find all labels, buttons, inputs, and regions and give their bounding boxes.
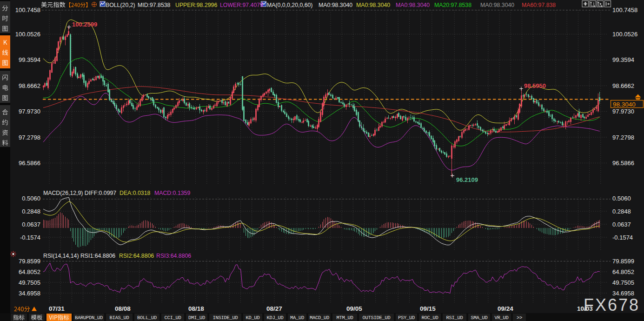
- svg-text:97.9730: 97.9730: [19, 108, 40, 115]
- svg-text:08/18: 08/18: [188, 305, 204, 312]
- svg-text:09/05: 09/05: [346, 305, 362, 312]
- svg-text:MA_UD: MA_UD: [290, 315, 304, 321]
- svg-text:MA0:98.3040: MA0:98.3040: [319, 2, 352, 8]
- svg-text:BOLL_UD: BOLL_UD: [137, 315, 157, 321]
- svg-text:96.2109: 96.2109: [456, 176, 478, 183]
- svg-text:UPPER:98.2996: UPPER:98.2996: [175, 2, 217, 8]
- svg-text:97.2798: 97.2798: [19, 134, 40, 141]
- svg-text:PSY_UD: PSY_UD: [398, 315, 415, 321]
- svg-text:MA60:97.838: MA60:97.838: [522, 2, 556, 8]
- svg-text:07/31: 07/31: [49, 305, 65, 312]
- svg-text:CCI_UD: CCI_UD: [164, 315, 181, 321]
- svg-text:0.0637: 0.0637: [22, 221, 40, 228]
- svg-text:RSI(14,14,14) RSI1:64.8806: RSI(14,14,14) RSI1:64.8806: [43, 253, 115, 259]
- svg-text:RSI2:64.8806: RSI2:64.8806: [119, 253, 154, 259]
- svg-text:MA0:98.3040: MA0:98.3040: [356, 2, 390, 8]
- svg-text:DMI_UD: DMI_UD: [188, 315, 205, 321]
- svg-text:OUTSIDE_UD: OUTSIDE_UD: [362, 315, 390, 321]
- svg-text:100.7458: 100.7458: [612, 7, 637, 13]
- svg-text:MA(0,0,0,20,0,60): MA(0,0,0,20,0,60): [267, 2, 312, 8]
- svg-text:99.3594: 99.3594: [612, 56, 634, 63]
- svg-text:100.7458: 100.7458: [15, 7, 40, 13]
- svg-text:0.0637: 0.0637: [612, 221, 631, 228]
- svg-text:97.2798: 97.2798: [612, 134, 634, 141]
- svg-text:KD_UD: KD_UD: [246, 315, 259, 321]
- svg-text:MA0:98.3040: MA0:98.3040: [396, 2, 430, 8]
- svg-text:KDJ_UD: KDJ_UD: [266, 315, 283, 321]
- svg-text:VR_UD: VR_UD: [494, 315, 508, 321]
- svg-text:ROC_UD: ROC_UD: [421, 315, 438, 321]
- svg-text:100.0526: 100.0526: [612, 31, 637, 38]
- svg-text:BOLL(20,2): BOLL(20,2): [106, 2, 135, 8]
- svg-text:34.6958: 34.6958: [19, 290, 40, 297]
- svg-text:99.3594: 99.3594: [19, 56, 40, 63]
- svg-text:MTM_UD: MTM_UD: [336, 315, 353, 321]
- svg-text:79.8599: 79.8599: [19, 258, 40, 265]
- svg-text:FX678: FX678: [584, 295, 640, 314]
- svg-text:-0.1574: -0.1574: [612, 234, 633, 241]
- svg-text:96.5866: 96.5866: [612, 160, 634, 167]
- svg-text:08/08: 08/08: [115, 305, 131, 312]
- svg-text:49.7505: 49.7505: [19, 279, 40, 286]
- svg-text:79.8599: 79.8599: [612, 258, 634, 265]
- svg-text:SMA_UD: SMA_UD: [471, 315, 487, 321]
- svg-text:MA0:98.3040: MA0:98.3040: [480, 2, 514, 8]
- svg-text:64.8052: 64.8052: [612, 268, 634, 275]
- svg-text:98.6662: 98.6662: [19, 82, 40, 89]
- svg-text:08/27: 08/27: [266, 305, 282, 312]
- svg-text:DEA:0.0318: DEA:0.0318: [120, 190, 150, 196]
- svg-text:09/24: 09/24: [498, 305, 513, 312]
- svg-text:RSI_UD: RSI_UD: [446, 315, 463, 321]
- svg-text:>>: >>: [517, 315, 522, 321]
- svg-text:BIAS_UD: BIAS_UD: [109, 315, 129, 321]
- svg-text:MACD:0.1359: MACD:0.1359: [154, 190, 190, 196]
- svg-text:0.2848: 0.2848: [22, 208, 40, 215]
- svg-text:100.0526: 100.0526: [15, 31, 40, 38]
- svg-text:97.9730: 97.9730: [612, 108, 634, 115]
- svg-text:98.3040: 98.3040: [613, 101, 636, 108]
- svg-text:BARUPDN_UD: BARUPDN_UD: [75, 315, 103, 321]
- svg-text:MACD(26,12,9) DIFF:0.0997: MACD(26,12,9) DIFF:0.0997: [43, 190, 116, 196]
- svg-text:0.2848: 0.2848: [612, 208, 631, 215]
- svg-text:98.6662: 98.6662: [612, 82, 634, 89]
- svg-text:MACD_UD: MACD_UD: [310, 315, 329, 321]
- svg-text:09/15: 09/15: [420, 305, 436, 312]
- svg-text:0.5060: 0.5060: [22, 195, 40, 202]
- svg-text:MID:97.8538: MID:97.8538: [138, 2, 171, 8]
- svg-text:100.2599: 100.2599: [72, 21, 97, 28]
- svg-text:98.5950: 98.5950: [524, 82, 546, 89]
- svg-text:49.7505: 49.7505: [612, 279, 634, 286]
- svg-text:64.8052: 64.8052: [19, 268, 40, 275]
- svg-text:0.5060: 0.5060: [612, 195, 631, 202]
- svg-text:MA20:97.8538: MA20:97.8538: [434, 2, 471, 8]
- svg-text:-0.1574: -0.1574: [20, 234, 40, 241]
- svg-text:RSI3:64.8806: RSI3:64.8806: [156, 253, 191, 259]
- svg-text:INSIDE_UD: INSIDE_UD: [212, 315, 238, 321]
- svg-text:LOWER:97.4079: LOWER:97.4079: [220, 2, 263, 8]
- svg-text:96.5866: 96.5866: [19, 160, 40, 167]
